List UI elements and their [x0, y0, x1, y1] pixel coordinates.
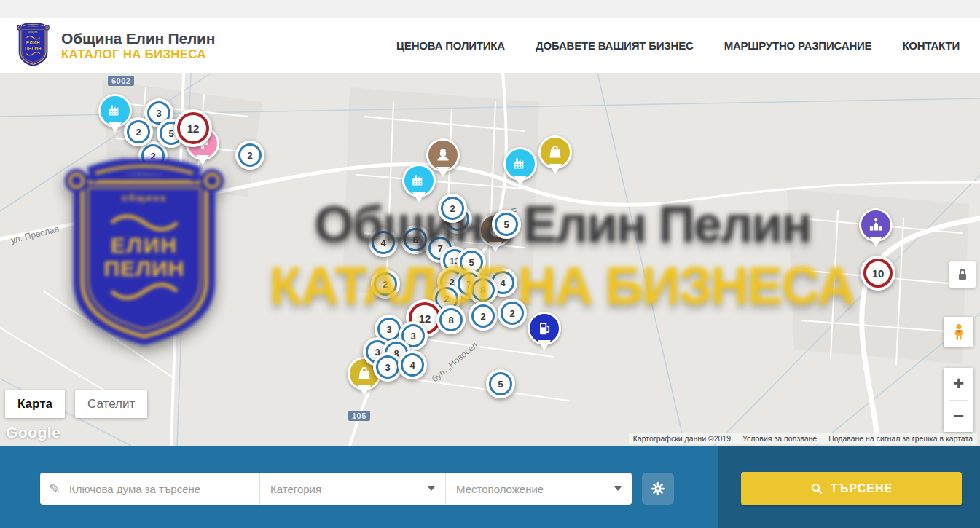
cluster-count: 4 — [500, 277, 505, 288]
attribution-copyright: Картографски данни ©2019 — [633, 434, 731, 443]
nav-item-contacts[interactable]: КОНТАКТИ — [902, 39, 960, 52]
site-title: Община Елин Пелин — [61, 30, 215, 47]
shield-line1: ЕЛИН — [16, 39, 50, 45]
pegman-icon — [949, 322, 969, 342]
bag-icon — [355, 364, 374, 383]
map-cluster-marker[interactable]: 2 — [124, 117, 153, 146]
map-cluster-marker[interactable]: 8 — [469, 275, 498, 304]
cluster-count: 10 — [872, 267, 885, 280]
cluster-count: 3 — [410, 331, 415, 342]
pencil-icon: ✎ — [49, 481, 60, 497]
cluster-count: 8 — [480, 285, 485, 296]
map-cluster-marker[interactable]: 12 — [174, 109, 212, 147]
top-strip — [0, 0, 980, 19]
cluster-count: 3 — [385, 362, 390, 373]
map-cluster-marker[interactable]: 4 — [369, 228, 398, 257]
logo-coat-of-arms-icon: община ЕЛИН ПЕЛИН — [16, 23, 51, 69]
bag-icon — [546, 143, 565, 162]
road-number-badge: 6002 — [108, 76, 134, 86]
shield-line2: ПЕЛИН — [16, 45, 50, 51]
map-cluster-marker[interactable]: 4 — [398, 350, 427, 379]
cluster-count: 2 — [136, 127, 141, 138]
cluster-count: 6 — [412, 235, 418, 245]
cluster-count: 5 — [503, 219, 509, 230]
zoom-control: + − — [944, 368, 973, 432]
cluster-count: 4 — [380, 237, 385, 248]
category-select[interactable]: Категория — [260, 473, 446, 505]
shield-small-text: община — [16, 30, 50, 33]
map-attribution: Картографски данни ©2019 Условия за полз… — [629, 433, 977, 444]
cluster-count: 12 — [187, 122, 200, 135]
advanced-settings-button[interactable] — [642, 473, 674, 505]
worker-icon — [434, 146, 452, 165]
lock-control-button[interactable] — [949, 261, 976, 288]
cluster-count: 2 — [450, 203, 455, 214]
attribution-terms-link[interactable]: Условия за ползване — [742, 434, 817, 443]
cluster-count: 2 — [247, 150, 252, 161]
factory-icon — [409, 171, 428, 190]
map-cluster-marker[interactable]: 10 — [861, 256, 895, 291]
nav-item-route-schedule[interactable]: МАРШРУТНО РАЗПИСАНИЕ — [724, 39, 872, 52]
attribution-report-error-link[interactable]: Подаване на сигнал за грешка в картата — [828, 434, 973, 443]
cluster-count: 2 — [383, 279, 388, 290]
map-type-satellite-button[interactable]: Сателит — [75, 390, 147, 418]
map-cluster-marker[interactable]: 2 — [438, 194, 467, 223]
chevron-down-icon — [428, 486, 435, 491]
main-nav: ЦЕНОВА ПОЛИТИКА ДОБАВЕТЕ ВАШИЯТ БИЗНЕС М… — [396, 39, 960, 52]
google-logo[interactable]: Google — [6, 424, 60, 441]
header: община ЕЛИН ПЕЛИН Община Елин Пелин КАТА… — [0, 18, 980, 74]
category-select-label: Категория — [270, 483, 321, 495]
zoom-out-button[interactable]: − — [944, 401, 973, 433]
search-bar: ✎ Категория Местоположение ТЪРСЕНЕ — [0, 446, 980, 528]
cluster-count: 3 — [386, 324, 391, 335]
map-cluster-marker[interactable]: 2 — [498, 299, 527, 328]
factory-icon — [511, 154, 530, 173]
site-logo[interactable]: община ЕЛИН ПЕЛИН Община Елин Пелин КАТА… — [16, 23, 215, 69]
gear-icon — [650, 481, 666, 497]
map-cluster-marker[interactable]: 2 — [235, 141, 264, 170]
map-cluster-marker[interactable]: 5 — [492, 210, 521, 239]
map-pin-worker[interactable] — [426, 138, 460, 172]
map[interactable]: ул. Преслав бул. „Новосел ци 6002 105 32… — [0, 73, 980, 446]
search-button-label: ТЪРСЕНЕ — [831, 482, 893, 495]
cluster-count: 5 — [168, 128, 173, 139]
nav-item-add-business[interactable]: ДОБАВЕТЕ ВАШИЯТ БИЗНЕС — [536, 39, 694, 52]
cluster-count: 2 — [150, 151, 155, 162]
street-view-pegman-button[interactable] — [944, 317, 973, 347]
site-subtitle: КАТАЛОГ НА БИЗНЕСА — [61, 47, 215, 62]
map-cluster-marker[interactable]: 5 — [486, 369, 515, 398]
map-cluster-marker[interactable]: 2 — [371, 269, 400, 299]
search-button[interactable]: ТЪРСЕНЕ — [741, 472, 962, 505]
search-icon — [810, 482, 823, 495]
lock-icon — [954, 266, 971, 283]
cluster-count: 2 — [480, 311, 485, 322]
map-pin-church[interactable] — [859, 208, 893, 242]
map-pin-bag[interactable] — [538, 135, 572, 169]
location-select-label: Местоположение — [456, 483, 544, 495]
page: община ЕЛИН ПЕЛИН Община Елин Пелин КАТА… — [0, 0, 980, 528]
church-icon — [866, 216, 885, 235]
road-number-badge: 105 — [348, 411, 370, 421]
cluster-count: 2 — [444, 293, 449, 304]
cluster-count: 8 — [448, 315, 453, 326]
location-select[interactable]: Местоположение — [446, 473, 632, 505]
factory-icon — [106, 101, 125, 120]
cluster-count: 4 — [409, 360, 415, 371]
fuel-icon — [535, 319, 554, 338]
cluster-count: 3 — [156, 108, 161, 119]
cluster-count: 5 — [498, 379, 503, 390]
map-pin-fuel[interactable] — [528, 312, 561, 345]
map-pin-factory[interactable] — [503, 147, 537, 181]
map-cluster-marker[interactable]: 2 — [469, 302, 498, 331]
search-button-panel: ТЪРСЕНЕ — [718, 446, 980, 528]
map-type-control: Карта Сателит — [5, 390, 147, 418]
map-pin-factory[interactable] — [402, 164, 436, 197]
zoom-in-button[interactable]: + — [944, 368, 973, 400]
cluster-count: 2 — [509, 308, 514, 319]
keyword-field[interactable]: ✎ — [40, 473, 260, 505]
chevron-down-icon — [614, 486, 622, 491]
nav-item-pricing[interactable]: ЦЕНОВА ПОЛИТИКА — [396, 39, 505, 52]
map-type-map-button[interactable]: Карта — [5, 390, 65, 418]
map-cluster-marker[interactable]: 8 — [436, 305, 466, 334]
keyword-input[interactable] — [68, 482, 251, 496]
